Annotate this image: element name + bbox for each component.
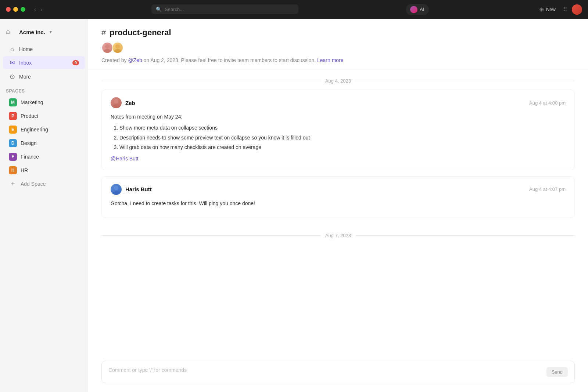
message-header-1: Zeb Aug 4 at 4:00 pm: [111, 97, 566, 108]
inbox-icon: ✉: [9, 59, 15, 66]
forward-button[interactable]: ›: [39, 6, 44, 14]
sidebar-item-finance[interactable]: F Finance: [6, 150, 82, 163]
avatar-haris-msg: [111, 184, 122, 195]
close-button[interactable]: [6, 7, 11, 12]
ai-button[interactable]: AI: [406, 4, 429, 15]
send-button[interactable]: Send: [546, 367, 568, 377]
message-author-zeb: Zeb: [111, 97, 135, 108]
avatar-haris: [112, 42, 123, 54]
author-name-zeb: Zeb: [125, 100, 135, 106]
ai-label: AI: [420, 7, 424, 12]
channel-name: product-general: [110, 28, 171, 37]
sidebar-item-marketing[interactable]: M Marketing: [6, 96, 82, 109]
creator-mention[interactable]: @Zeb: [128, 57, 142, 63]
sidebar-item-home[interactable]: ⌂ Home: [3, 43, 85, 55]
message-author-haris: Haris Butt: [111, 184, 152, 195]
nav-arrows: ‹ ›: [33, 6, 44, 14]
list-item-1-1: Show more meta data on collapse sections: [119, 124, 566, 132]
send-button-wrap: Send: [546, 367, 568, 377]
author-name-haris: Haris Butt: [125, 186, 152, 192]
svg-point-6: [114, 186, 118, 190]
finance-badge-icon: F: [9, 153, 17, 161]
channel-title: # product-general: [101, 28, 575, 37]
finance-label: Finance: [21, 154, 39, 160]
traffic-lights: [6, 7, 25, 12]
inbox-badge: 9: [72, 60, 79, 65]
titlebar-right: ⊕ New ⠿: [536, 4, 582, 15]
grid-icon[interactable]: ⠿: [563, 6, 567, 13]
svg-point-0: [105, 44, 110, 48]
channel-avatars: [101, 42, 575, 54]
sidebar-item-design[interactable]: D Design: [6, 137, 82, 150]
back-button[interactable]: ‹: [33, 6, 37, 14]
workspace-icon: ⌂: [6, 27, 15, 37]
new-button[interactable]: ⊕ New: [536, 4, 559, 14]
hr-label: HR: [21, 167, 28, 173]
timestamp-msg1: Aug 4 at 4:00 pm: [529, 100, 566, 106]
minimize-button[interactable]: [13, 7, 18, 12]
more-icon: ⊙: [9, 73, 15, 81]
user-avatar[interactable]: [572, 4, 582, 15]
new-label: New: [546, 7, 556, 12]
spaces-section: Spaces M Marketing P Product E Engineeri…: [0, 84, 88, 193]
design-badge-icon: D: [9, 139, 17, 147]
description-suffix: on Aug 2, 2023. Please feel free to invi…: [142, 57, 316, 63]
workspace-header[interactable]: ⌂ Acme Inc. ▾: [0, 25, 88, 43]
date-aug4-label: Aug 4, 2023: [325, 78, 351, 84]
sidebar: ⌂ Acme Inc. ▾ ⌂ Home ✉ Inbox 9 ⊙ More Sp…: [0, 19, 88, 392]
inbox-label: Inbox: [19, 60, 32, 66]
add-space-label: Add Space: [21, 181, 46, 187]
sidebar-item-product[interactable]: P Product: [6, 109, 82, 123]
design-label: Design: [21, 140, 37, 146]
comment-input[interactable]: [108, 367, 542, 376]
svg-point-1: [104, 49, 111, 54]
maximize-button[interactable]: [21, 7, 25, 12]
message-body-2: Gotcha, I need to create tasks for this.…: [111, 199, 566, 207]
more-label: More: [19, 74, 31, 80]
description-prefix: Created by: [101, 57, 128, 63]
main-layout: ⌂ Acme Inc. ▾ ⌂ Home ✉ Inbox 9 ⊙ More Sp…: [0, 19, 588, 392]
svg-point-4: [114, 99, 118, 104]
sidebar-item-engineering[interactable]: E Engineering: [6, 123, 82, 136]
spaces-label: Spaces: [6, 88, 82, 94]
engineering-label: Engineering: [21, 127, 48, 133]
sidebar-item-more[interactable]: ⊙ More: [3, 70, 85, 84]
home-icon: ⌂: [9, 46, 15, 52]
timestamp-msg2: Aug 4 at 4:07 pm: [529, 186, 566, 192]
search-input[interactable]: [165, 7, 294, 12]
engineering-badge-icon: E: [9, 126, 17, 134]
message-body-1: Notes from meeting on May 24: Show more …: [111, 113, 566, 163]
new-plus-icon: ⊕: [539, 6, 544, 13]
svg-point-5: [112, 104, 120, 108]
comment-input-wrap[interactable]: Send: [101, 361, 575, 383]
add-space-button[interactable]: + Add Space: [6, 177, 82, 190]
ai-avatar-icon: [410, 6, 417, 13]
sidebar-item-hr[interactable]: H HR: [6, 164, 82, 177]
product-badge-icon: P: [9, 112, 17, 120]
avatar-zeb-msg: [111, 97, 122, 108]
date-divider-aug7: Aug 7, 2023: [101, 224, 575, 244]
home-label: Home: [19, 46, 33, 52]
channel-description: Created by @Zeb on Aug 2, 2023. Please f…: [101, 57, 575, 63]
comment-area: Send: [88, 355, 588, 392]
sidebar-item-inbox[interactable]: ✉ Inbox 9: [3, 56, 85, 69]
hr-badge-icon: H: [9, 166, 17, 174]
list-item-1-2: Description needs to show some preview t…: [119, 134, 566, 142]
mention-link-1[interactable]: @Haris Butt: [111, 156, 139, 161]
product-label: Product: [21, 113, 38, 119]
message-card-2: Haris Butt Aug 4 at 4:07 pm Gotcha, I ne…: [101, 176, 575, 218]
svg-point-7: [112, 191, 120, 195]
hash-icon: #: [101, 28, 106, 37]
list-item-1-3: Will grab data on how many checklists ar…: [119, 143, 566, 151]
date-aug7-label: Aug 7, 2023: [325, 233, 351, 238]
learn-more-link[interactable]: Learn more: [317, 57, 344, 63]
workspace-name: Acme Inc.: [19, 29, 45, 35]
main-content: # product-general: [88, 19, 588, 392]
message-intro-1: Notes from meeting on May 24:: [111, 113, 566, 121]
search-bar[interactable]: 🔍: [151, 4, 298, 14]
channel-header: # product-general: [88, 19, 588, 69]
svg-point-2: [115, 44, 120, 48]
date-divider-aug4: Aug 4, 2023: [101, 69, 575, 90]
message-text-2: Gotcha, I need to create tasks for this.…: [111, 199, 566, 207]
workspace-chevron-icon: ▾: [50, 29, 52, 35]
